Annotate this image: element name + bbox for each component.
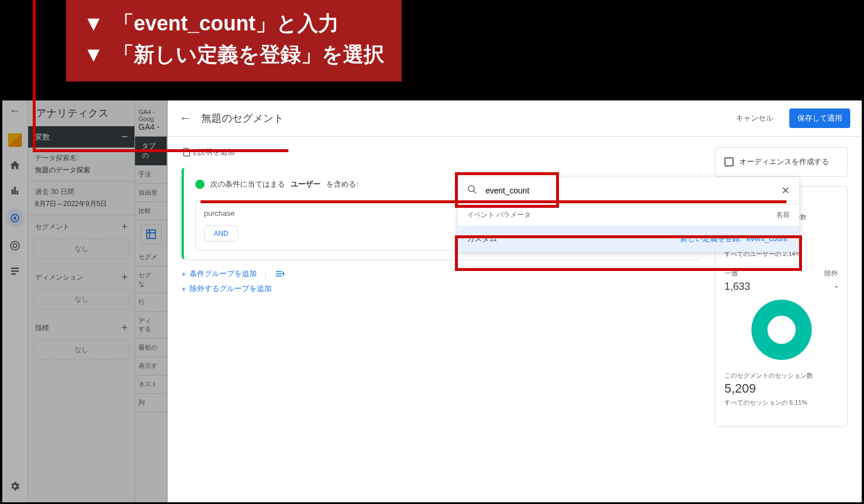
condition-prefix: 次の条件に当てはまる	[210, 179, 285, 189]
exclude-label: 除外	[824, 269, 838, 278]
explore-name-block[interactable]: データ探索名: 無題のデータ探索	[28, 148, 134, 181]
audience-create-card[interactable]: オーディエンスを作成する	[715, 147, 848, 177]
display-label: 表示す	[135, 357, 167, 375]
donut-marker-icon	[193, 152, 196, 156]
svg-point-2	[11, 242, 20, 250]
save-apply-button[interactable]: 保存して適用	[789, 108, 850, 128]
annotation-line-horizontal	[33, 149, 288, 152]
row-label: 行	[135, 293, 167, 312]
match-value: 1,633	[724, 281, 750, 293]
date-block[interactable]: 過去 30 日間 8月7日～2022年9月5日	[28, 181, 134, 215]
settings-icon[interactable]	[8, 479, 22, 493]
dimension-label: ディメンション	[35, 273, 83, 282]
minus-icon[interactable]: −	[121, 131, 128, 143]
sessions-value: 5,209	[724, 381, 838, 396]
first-label: 最初の	[135, 339, 167, 357]
dropdown-item-register[interactable]: カスタム 新しい定義を登録: "event_count"	[458, 226, 799, 252]
app-container: ← アナリティクス 変数 − データ探索名: 無題のデータ探索 過去 30 日間…	[2, 100, 862, 502]
segment-empty[interactable]: なし	[34, 239, 129, 259]
plus-icon: +	[182, 270, 186, 278]
advertising-icon[interactable]	[8, 239, 22, 253]
plus-icon[interactable]: +	[121, 322, 128, 334]
name-header-label: 名前	[776, 210, 790, 220]
svg-line-13	[473, 191, 476, 193]
sessions-pct: すべてのセッションの 5.11%	[724, 398, 838, 407]
dimension-header: ディメンション +	[28, 266, 134, 289]
sidebar: アナリティクス 変数 − データ探索名: 無題のデータ探索 過去 30 日間 8…	[28, 100, 168, 502]
back-arrow-icon[interactable]: ←	[9, 104, 21, 117]
svg-rect-4	[11, 267, 18, 269]
analytics-logo-icon[interactable]	[8, 133, 22, 147]
plus-icon[interactable]: +	[121, 221, 128, 233]
donut-icon	[751, 300, 812, 360]
segment-title[interactable]: 無題のセグメント	[201, 111, 727, 125]
match-label: 一致	[724, 269, 738, 278]
cancel-button[interactable]: キャンセル	[736, 113, 773, 123]
explore-icon[interactable]	[6, 209, 24, 227]
search-icon	[467, 184, 477, 197]
svg-point-12	[468, 185, 475, 192]
add-exclude-group-link[interactable]: + 除外するグループを追加	[182, 284, 701, 294]
register-new-label: 新しい定義を登録: "event_count"	[680, 234, 790, 244]
method-value[interactable]: 自由形	[135, 184, 167, 202]
segment-label: セグメント	[35, 222, 70, 232]
segment-col2-label: セグメ	[135, 248, 167, 266]
search-input[interactable]	[485, 186, 781, 195]
dropdown-section-header: イベント パラメータ 名前	[458, 204, 799, 226]
dim-hint: ディする	[135, 312, 167, 339]
segment-header: セグメント +	[28, 215, 134, 239]
col-label: 列	[135, 394, 167, 412]
checkbox-icon[interactable]	[724, 157, 734, 166]
plus-icon[interactable]: +	[121, 272, 128, 284]
svg-rect-6	[11, 273, 16, 275]
triangle-down-icon: ▼	[83, 39, 104, 70]
custom-label: カスタム	[467, 234, 497, 244]
annotation-line-vertical	[33, 0, 36, 152]
dimension-empty[interactable]: なし	[34, 289, 129, 309]
audience-create-label: オーディエンスを作成する	[739, 157, 829, 167]
configure-icon[interactable]	[8, 264, 22, 278]
back-icon[interactable]: ←	[179, 111, 192, 126]
and-button[interactable]: AND	[204, 226, 238, 242]
property-line2: GA4 -	[138, 122, 163, 131]
variables-section-header[interactable]: 変数 −	[28, 126, 134, 148]
donut-chart	[724, 300, 838, 360]
method-label: 手法	[135, 165, 167, 184]
table-view-icon[interactable]	[141, 224, 161, 245]
metric-empty[interactable]: なし	[34, 340, 129, 360]
triangle-down-icon: ▼	[83, 8, 104, 39]
variables-label: 変数	[35, 132, 50, 142]
metric-header: 指標 +	[28, 316, 134, 340]
clear-icon[interactable]: ✕	[781, 184, 790, 197]
sessions-label: このセグメントのセッション数	[724, 371, 838, 380]
add-condition-group-link[interactable]: + 条件グループを追加 |	[182, 269, 701, 279]
description-placeholder: 説明を追加	[198, 147, 235, 157]
svg-rect-5	[11, 270, 18, 272]
nav-rail: ←	[2, 100, 28, 502]
include-dot-icon	[195, 180, 205, 189]
condition-suffix: を含める:	[326, 179, 358, 189]
svg-rect-7	[146, 230, 155, 239]
metric-label: 指標	[35, 323, 49, 333]
property-line1: GA4 - Goog	[138, 108, 163, 122]
description-row[interactable]: 説明を追加	[182, 147, 701, 157]
param-header-label: イベント パラメータ	[467, 210, 531, 220]
home-icon[interactable]	[8, 158, 22, 172]
analytics-title: アナリティクス	[28, 100, 134, 126]
compare-label: 比較	[135, 202, 167, 220]
exclude-value: -	[835, 281, 838, 293]
svg-point-3	[13, 244, 17, 248]
sequence-icon[interactable]	[275, 269, 285, 279]
seg-text: セグな	[135, 266, 167, 293]
reports-icon[interactable]	[8, 184, 22, 197]
main-panel: ← 無題のセグメント キャンセル 保存して適用 説明を追加 次の条件に当てはまる…	[168, 100, 862, 502]
search-dropdown: ✕ イベント パラメータ 名前 カスタム 新しい定義を登録: "event_co…	[458, 177, 799, 252]
instruction-line-1: ▼「event_count」と入力	[83, 8, 384, 39]
plus-icon: +	[182, 285, 186, 293]
instruction-line-2: ▼「新しい定義を登録」を選択	[83, 39, 384, 70]
document-icon	[182, 147, 192, 157]
annotation-line	[200, 200, 786, 203]
svg-point-1	[14, 217, 17, 220]
instruction-banner: ▼「event_count」と入力 ▼「新しい定義を登録」を選択	[66, 0, 402, 82]
condition-user[interactable]: ユーザー	[291, 179, 321, 189]
